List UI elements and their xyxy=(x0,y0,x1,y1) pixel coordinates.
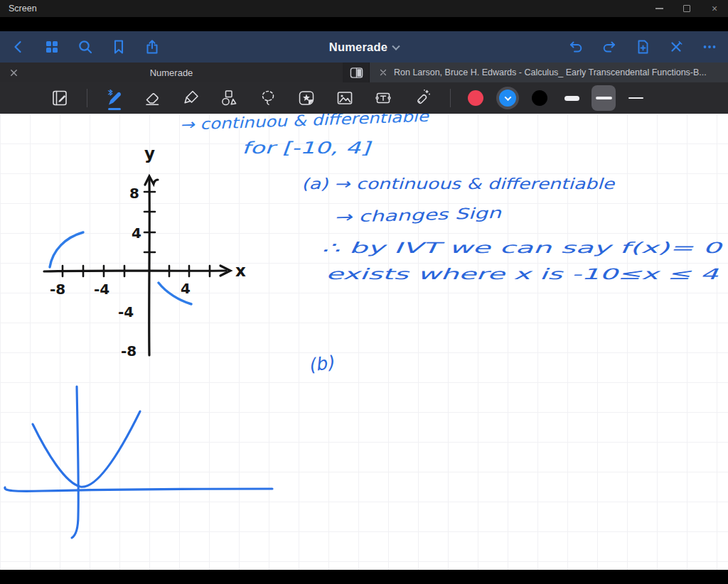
tab-close-icon[interactable] xyxy=(375,65,391,80)
image-icon[interactable] xyxy=(329,84,360,112)
stroke-width-thick[interactable] xyxy=(560,85,584,111)
tab-numerade[interactable]: Numerade xyxy=(0,63,343,82)
search-icon[interactable] xyxy=(76,38,95,56)
laser-pointer-icon[interactable] xyxy=(406,84,437,112)
color-swatch-blue-selected[interactable] xyxy=(496,84,520,112)
window-titlebar: Screen × xyxy=(0,0,728,17)
tab-label: Numerade xyxy=(0,67,343,78)
undo-icon[interactable] xyxy=(567,38,585,56)
handwriting-tick-m8: -8 xyxy=(121,342,136,359)
handwriting-tick-8: 8 xyxy=(129,185,139,202)
toolbar-separator xyxy=(87,89,87,107)
stroke-width-medium[interactable] xyxy=(592,85,616,111)
more-icon[interactable] xyxy=(700,38,719,56)
handwriting-a-line2: → changes Sign xyxy=(334,205,503,226)
axes-sketch xyxy=(44,176,230,355)
thumbnails-icon[interactable] xyxy=(43,38,61,56)
parabola-sketch xyxy=(5,386,272,538)
handwriting-xtick-m8: -8 xyxy=(50,281,65,298)
shapes-icon[interactable] xyxy=(214,84,245,112)
handwriting-note-line2: for [-10, 4] xyxy=(242,139,373,157)
add-page-icon[interactable] xyxy=(633,38,652,56)
color-swatch-red[interactable] xyxy=(464,84,488,112)
handwriting-b-label: (b) xyxy=(307,352,336,376)
highlighter-icon[interactable] xyxy=(176,84,207,112)
tab-bar: Numerade Ron Larson, Bruce H. Edwards - … xyxy=(0,63,728,82)
window-title: Screen xyxy=(9,4,37,13)
eraser-icon[interactable] xyxy=(137,84,168,112)
tab-calculus-book[interactable]: Ron Larson, Bruce H. Edwards - Calculus_… xyxy=(369,63,728,82)
handwriting-note-line1: → continuou & differentiable xyxy=(179,114,429,134)
handwriting-a-line1: (a) → continuous & differentiable xyxy=(301,175,615,193)
share-icon[interactable] xyxy=(143,38,161,56)
toolbar-separator xyxy=(450,89,451,107)
back-icon[interactable] xyxy=(9,38,28,56)
handwriting-a-line4: exists where x is -10≤x ≤ 4 xyxy=(326,266,719,283)
bottom-black-gap xyxy=(0,570,728,584)
handwriting-x-label: x xyxy=(235,261,246,280)
drawing-toolbar xyxy=(0,82,728,114)
stroke-width-thin[interactable] xyxy=(623,85,648,111)
chevron-down-icon xyxy=(504,94,511,101)
chevron-down-icon xyxy=(392,42,400,50)
handwriting-a-line3: ∴ by IVT we can say f(x)= 0 xyxy=(321,239,723,256)
stickers-icon[interactable] xyxy=(291,84,322,112)
stylus-off-icon[interactable] xyxy=(667,38,685,56)
tab-close-icon[interactable] xyxy=(6,65,21,80)
top-black-gap xyxy=(0,17,728,31)
app-navbar: Numerade xyxy=(0,31,728,63)
maximize-button[interactable] xyxy=(679,1,695,16)
lasso-icon[interactable] xyxy=(252,84,284,112)
minimize-button[interactable] xyxy=(651,1,667,16)
notebook-canvas[interactable]: y x 8 4 -4 -8 -8 -4 4 → continuou & diff… xyxy=(0,114,728,570)
page-template-icon[interactable] xyxy=(44,84,75,112)
handwriting-tick-4: 4 xyxy=(132,225,141,242)
tab-label: Ron Larson, Bruce H. Edwards - Calculus_… xyxy=(394,67,707,77)
redo-icon[interactable] xyxy=(600,38,619,56)
handwriting-tick-m4: -4 xyxy=(118,303,134,320)
handwriting-y-label: y xyxy=(144,144,155,163)
pen-tool-icon[interactable] xyxy=(99,84,130,112)
split-view-icon[interactable] xyxy=(346,64,367,81)
handwriting-xtick-m4: -4 xyxy=(94,281,109,298)
bookmark-icon[interactable] xyxy=(109,38,128,56)
pen-selected-indicator xyxy=(108,108,121,110)
color-swatch-black[interactable] xyxy=(528,84,552,112)
text-tool-icon[interactable] xyxy=(368,84,399,112)
ink-layer: y x 8 4 -4 -8 -8 -4 4 → continuou & diff… xyxy=(0,114,728,570)
close-window-button[interactable]: × xyxy=(707,1,722,16)
handwriting-xtick-4: 4 xyxy=(181,280,191,297)
